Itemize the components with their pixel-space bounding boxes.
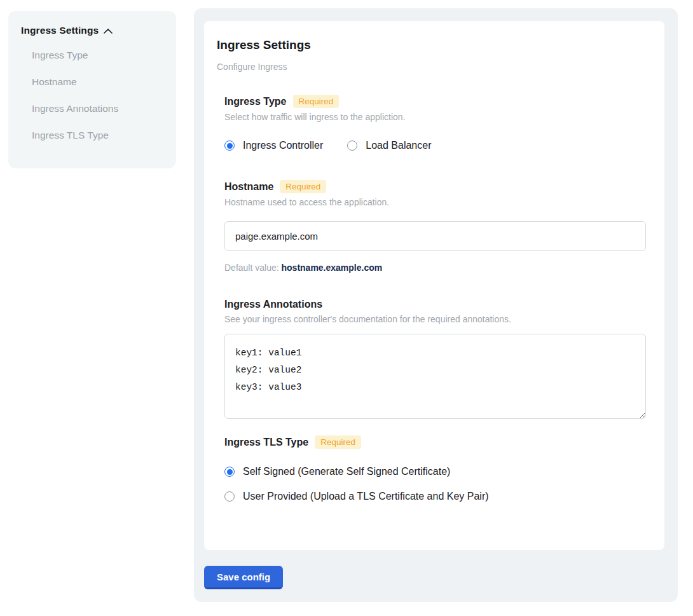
ingress-type-label: Ingress Type <box>224 96 287 107</box>
hostname-default-line: Default value: hostname.example.com <box>224 263 645 273</box>
ingress-annotations-label: Ingress Annotations <box>224 299 322 310</box>
ingress-annotations-help: See your ingress controller's documentat… <box>224 314 645 324</box>
radio-option-ingress-controller[interactable]: Ingress Controller <box>224 140 323 151</box>
radio-selected-icon <box>224 140 235 151</box>
required-badge: Required <box>315 435 361 449</box>
radio-option-self-signed[interactable]: Self Signed (Generate Self Signed Certif… <box>224 466 645 477</box>
hostname-input[interactable] <box>224 221 646 251</box>
save-config-button[interactable]: Save config <box>204 566 283 589</box>
page-subtitle: Configure Ingress <box>217 62 645 72</box>
section-ingress-tls-type: Ingress TLS Type Required Self Signed (G… <box>224 435 645 502</box>
ingress-type-radio-group: Ingress Controller Load Balancer <box>224 140 645 151</box>
radio-unselected-icon <box>224 491 235 502</box>
settings-card: Ingress Settings Configure Ingress Ingre… <box>204 21 664 550</box>
ingress-type-help: Select how traffic will ingress to the a… <box>224 112 645 122</box>
required-badge: Required <box>280 180 326 193</box>
radio-option-load-balancer[interactable]: Load Balancer <box>347 140 431 151</box>
radio-label-ingress-controller: Ingress Controller <box>243 140 323 151</box>
sidebar-item-list: Ingress Type Hostname Ingress Annotation… <box>21 42 163 149</box>
chevron-up-icon <box>104 29 113 34</box>
sidebar-item-ingress-tls-type[interactable]: Ingress TLS Type <box>21 122 163 149</box>
default-value-text: hostname.example.com <box>282 263 383 273</box>
required-badge: Required <box>293 95 340 108</box>
radio-unselected-icon <box>347 140 357 151</box>
page-title: Ingress Settings <box>217 38 645 52</box>
sidebar-item-ingress-annotations[interactable]: Ingress Annotations <box>21 95 163 122</box>
ingress-annotations-textarea[interactable] <box>224 334 646 419</box>
radio-label-self-signed: Self Signed (Generate Self Signed Certif… <box>243 466 450 477</box>
section-ingress-annotations: Ingress Annotations See your ingress con… <box>224 299 645 419</box>
radio-option-user-provided[interactable]: User Provided (Upload a TLS Certificate … <box>224 491 645 502</box>
radio-label-user-provided: User Provided (Upload a TLS Certificate … <box>243 491 489 502</box>
tls-type-radio-group: Self Signed (Generate Self Signed Certif… <box>224 466 645 502</box>
radio-selected-icon <box>224 467 235 477</box>
page: Ingress Settings Ingress Type Hostname I… <box>0 0 693 616</box>
sidebar-section-toggle[interactable]: Ingress Settings <box>21 25 163 36</box>
hostname-label: Hostname <box>224 181 273 193</box>
ingress-tls-type-label: Ingress TLS Type <box>224 437 308 448</box>
hostname-help: Hostname used to access the application. <box>224 197 645 207</box>
default-value-label: Default value: <box>224 263 282 273</box>
settings-panel: Ingress Settings Configure Ingress Ingre… <box>194 8 678 602</box>
settings-sidebar: Ingress Settings Ingress Type Hostname I… <box>8 11 176 168</box>
sidebar-item-ingress-type[interactable]: Ingress Type <box>21 42 163 69</box>
section-ingress-type: Ingress Type Required Select how traffic… <box>224 95 645 151</box>
sidebar-section-title: Ingress Settings <box>21 25 99 36</box>
sidebar-item-hostname[interactable]: Hostname <box>21 69 163 95</box>
radio-label-load-balancer: Load Balancer <box>366 140 431 151</box>
section-hostname: Hostname Required Hostname used to acces… <box>224 180 645 273</box>
